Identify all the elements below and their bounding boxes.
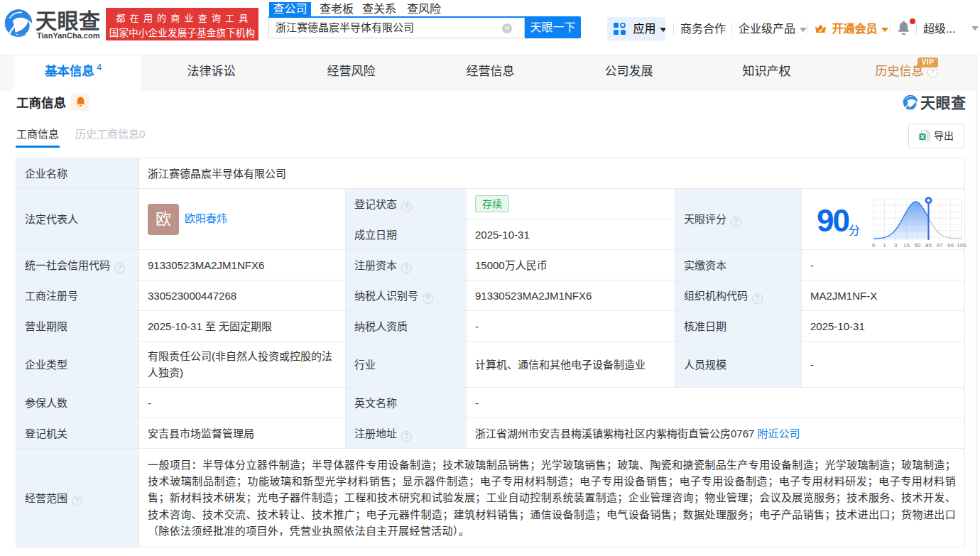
svg-text:15: 15	[903, 242, 910, 249]
svg-text:1: 1	[883, 242, 886, 249]
svg-text:99: 99	[947, 242, 954, 249]
svg-text:3: 3	[894, 242, 898, 249]
svg-text:85: 85	[925, 242, 932, 249]
svg-text:97: 97	[937, 242, 943, 249]
svg-text:100: 100	[957, 242, 967, 249]
svg-text:50: 50	[915, 242, 921, 249]
svg-text:0: 0	[872, 242, 876, 249]
